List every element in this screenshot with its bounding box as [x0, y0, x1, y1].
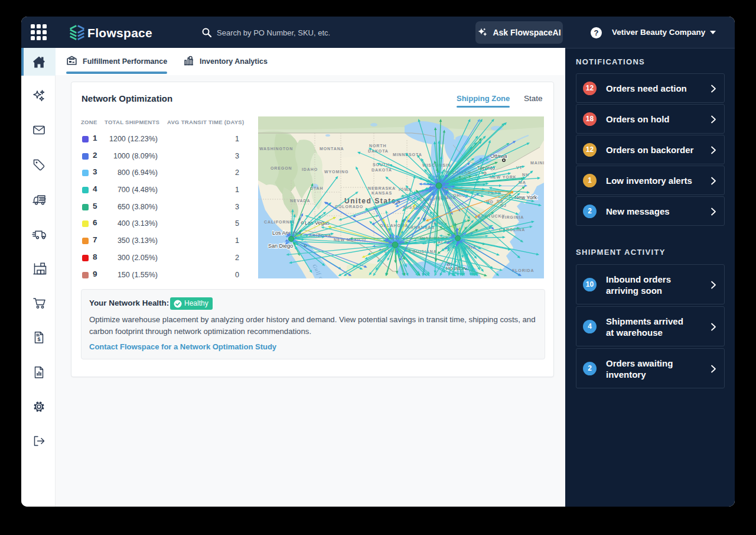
svg-text:WASHINGTON: WASHINGTON	[259, 147, 293, 151]
svg-text:FLORIDA: FLORIDA	[512, 268, 534, 273]
svg-text:NEBRASKA: NEBRASKA	[368, 186, 396, 190]
svg-text:San Diego: San Diego	[268, 243, 293, 249]
svg-text:New York: New York	[514, 194, 537, 200]
svg-text:OREGON: OREGON	[271, 166, 292, 170]
svg-text:VIRGINIA: VIRGINIA	[501, 215, 524, 219]
svg-text:IDAHO: IDAHO	[302, 167, 318, 171]
svg-text:$: $	[37, 336, 40, 342]
svg-text:UTAH: UTAH	[310, 186, 324, 190]
svg-text:DAKOTA: DAKOTA	[372, 168, 392, 172]
svg-text:NEVADA: NEVADA	[290, 199, 310, 203]
svg-text:KANSAS: KANSAS	[372, 191, 392, 195]
svg-text:WYOMING: WYOMING	[324, 170, 348, 174]
svg-text:MAINE: MAINE	[530, 161, 544, 165]
svg-text:DAKOTA: DAKOTA	[368, 149, 389, 153]
svg-text:MONTANA: MONTANA	[320, 147, 344, 151]
svg-text:NORTH: NORTH	[369, 144, 386, 148]
